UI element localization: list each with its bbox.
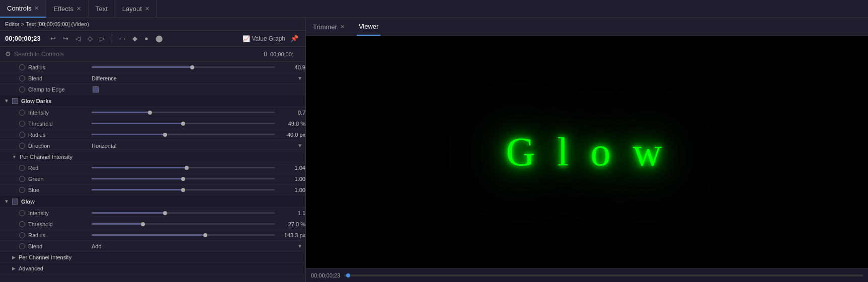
tab-bar: Controls ✕ Effects ✕ Text Layout ✕ bbox=[0, 0, 868, 18]
diamond-button[interactable]: ◆ bbox=[130, 34, 139, 43]
viewer-content: G l o w bbox=[306, 36, 868, 268]
val-direction-darks: Horizontal bbox=[92, 143, 117, 149]
viewer-timeline-marker bbox=[346, 273, 350, 277]
viewer-timeline: 00;00;00;23 bbox=[306, 268, 868, 282]
keyframe-blend-glow[interactable] bbox=[19, 243, 25, 249]
keyframe-intensity-darks[interactable] bbox=[19, 110, 25, 116]
keyframe-green[interactable] bbox=[19, 176, 25, 182]
tab-effects-label: Effects bbox=[53, 5, 73, 13]
value-radius-darks: 40.0 px bbox=[278, 132, 305, 138]
dropdown-arrow-direction-darks: ▼ bbox=[297, 143, 302, 148]
editor-path: Editor > Text [00;00;05;00] (Video) bbox=[5, 21, 89, 27]
slider-area-green[interactable] bbox=[89, 178, 278, 179]
dropdown-blend-glow[interactable]: Add ▼ bbox=[89, 243, 305, 249]
time-display: 00;00;00;23 bbox=[5, 35, 45, 42]
label-blend-top: Blend bbox=[28, 75, 89, 81]
tab-viewer[interactable]: Viewer bbox=[357, 18, 381, 36]
value-radius-top: 40.9 bbox=[278, 64, 305, 70]
tab-trimmer-close[interactable]: ✕ bbox=[340, 24, 345, 30]
keyframe-red[interactable] bbox=[19, 165, 25, 171]
row-blend-glow: Blend Add ▼ bbox=[0, 241, 305, 252]
slider-track-radius-darks bbox=[92, 134, 275, 135]
pin-button[interactable]: 📌 bbox=[288, 34, 300, 43]
slider-area-blue[interactable] bbox=[89, 189, 278, 191]
next-keyframe-button[interactable]: ▷ bbox=[98, 34, 107, 43]
value-intensity-darks: 0.7 bbox=[278, 110, 305, 116]
row-blend-top: Blend Difference ▼ bbox=[0, 73, 305, 84]
keyframe-radius-top[interactable] bbox=[19, 64, 25, 70]
value-threshold-darks: 49.0 % bbox=[278, 121, 305, 127]
title-advanced: Advanced bbox=[19, 265, 43, 271]
tab-effects-close[interactable]: ✕ bbox=[76, 6, 81, 12]
keyframe-clamp[interactable] bbox=[19, 86, 25, 92]
slider-track-radius-top bbox=[92, 66, 275, 68]
value-radius-glow: 143.3 px bbox=[278, 232, 305, 238]
label-blend-glow: Blend bbox=[28, 243, 89, 249]
glow-preview-text: G l o w bbox=[506, 129, 668, 175]
controls-content: Radius 40.9 Blend Difference ▼ bbox=[0, 62, 305, 282]
keyframe-blend-top[interactable] bbox=[19, 75, 25, 81]
left-panel: Editor > Text [00;00;05;00] (Video) 00;0… bbox=[0, 18, 306, 282]
value-blue: 1.00 bbox=[278, 187, 305, 193]
circle-button[interactable]: ● bbox=[142, 34, 150, 43]
slider-area-threshold-glow[interactable] bbox=[89, 223, 278, 225]
rect-button[interactable]: ▭ bbox=[117, 34, 127, 43]
filter-icon: ⚙ bbox=[5, 50, 11, 58]
checkbox-clamp[interactable] bbox=[93, 86, 99, 92]
slider-area-red[interactable] bbox=[89, 167, 278, 168]
chevron-per-channel-darks: ▼ bbox=[12, 154, 17, 159]
keyframe-intensity-glow[interactable] bbox=[19, 210, 25, 216]
keyframe-direction-darks[interactable] bbox=[19, 143, 25, 149]
value-red: 1.04 bbox=[278, 165, 305, 171]
row-intensity-darks: Intensity 0.7 bbox=[0, 107, 305, 118]
undo-button[interactable]: ↩ bbox=[48, 34, 58, 43]
tab-layout[interactable]: Layout ✕ bbox=[115, 0, 157, 18]
dropdown-arrow-blend-glow: ▼ bbox=[297, 243, 302, 249]
label-radius-top: Radius bbox=[28, 64, 89, 70]
value-threshold-glow: 27.0 % bbox=[278, 221, 305, 227]
section-glow-darks[interactable]: ▼ Glow Darks bbox=[0, 95, 305, 107]
sub-section-per-channel-darks[interactable]: ▼ Per Channel Intensity bbox=[0, 151, 305, 162]
keyframe-blue[interactable] bbox=[19, 187, 25, 193]
keyframe-radius-darks[interactable] bbox=[19, 132, 25, 138]
search-input[interactable] bbox=[14, 51, 255, 58]
keyframe-radius-glow[interactable] bbox=[19, 232, 25, 238]
prev-keyframe-button[interactable]: ◁ bbox=[73, 34, 83, 43]
dropdown-arrow-blend-top: ▼ bbox=[297, 75, 302, 81]
tab-trimmer[interactable]: Trimmer ✕ bbox=[311, 18, 347, 36]
sub-section-per-channel-glow[interactable]: ▶ Per Channel Intensity bbox=[0, 252, 305, 263]
slider-area-radius-darks[interactable] bbox=[89, 134, 278, 135]
tab-effects[interactable]: Effects ✕ bbox=[46, 0, 89, 18]
dot-button[interactable]: ⬤ bbox=[153, 34, 165, 43]
tab-controls-label: Controls bbox=[7, 5, 31, 12]
search-bar: ⚙ 0 00;00;00; bbox=[0, 47, 305, 62]
main-layout: Editor > Text [00;00;05;00] (Video) 00;0… bbox=[0, 18, 868, 282]
slider-track-intensity-darks bbox=[92, 112, 275, 113]
redo-button[interactable]: ↪ bbox=[61, 34, 70, 43]
keyframe-threshold-glow[interactable] bbox=[19, 221, 25, 227]
viewer-timeline-bar[interactable] bbox=[344, 274, 863, 276]
keyframe-threshold-darks[interactable] bbox=[19, 121, 25, 127]
tab-viewer-label: Viewer bbox=[359, 23, 379, 30]
tab-controls[interactable]: Controls ✕ bbox=[0, 0, 46, 18]
dropdown-blend-top[interactable]: Difference ▼ bbox=[89, 75, 305, 81]
tab-layout-close[interactable]: ✕ bbox=[145, 6, 149, 12]
checkbox-glow[interactable] bbox=[12, 199, 18, 205]
slider-area-intensity-darks[interactable] bbox=[89, 112, 278, 113]
slider-track-threshold-darks bbox=[92, 123, 275, 124]
slider-area-intensity-glow[interactable] bbox=[89, 212, 278, 214]
dropdown-direction-darks[interactable]: Horizontal ▼ bbox=[89, 143, 305, 149]
slider-area-radius-glow[interactable] bbox=[89, 234, 278, 236]
title-per-channel-darks: Per Channel Intensity bbox=[20, 154, 72, 160]
tab-controls-close[interactable]: ✕ bbox=[34, 5, 39, 12]
value-graph-button[interactable]: 📈 Value Graph bbox=[243, 35, 286, 42]
chevron-advanced: ▶ bbox=[12, 266, 16, 271]
add-keyframe-button[interactable]: ◇ bbox=[86, 34, 95, 43]
slider-area-radius-top[interactable] bbox=[89, 66, 278, 68]
section-glow[interactable]: ▼ Glow bbox=[0, 196, 305, 208]
checkbox-glow-darks[interactable] bbox=[12, 98, 18, 104]
slider-area-threshold-darks[interactable] bbox=[89, 123, 278, 124]
right-panel: Trimmer ✕ Viewer G l o w 00;00;00;23 bbox=[306, 18, 868, 282]
tab-text[interactable]: Text bbox=[89, 0, 115, 18]
sub-section-advanced[interactable]: ▶ Advanced bbox=[0, 263, 305, 274]
